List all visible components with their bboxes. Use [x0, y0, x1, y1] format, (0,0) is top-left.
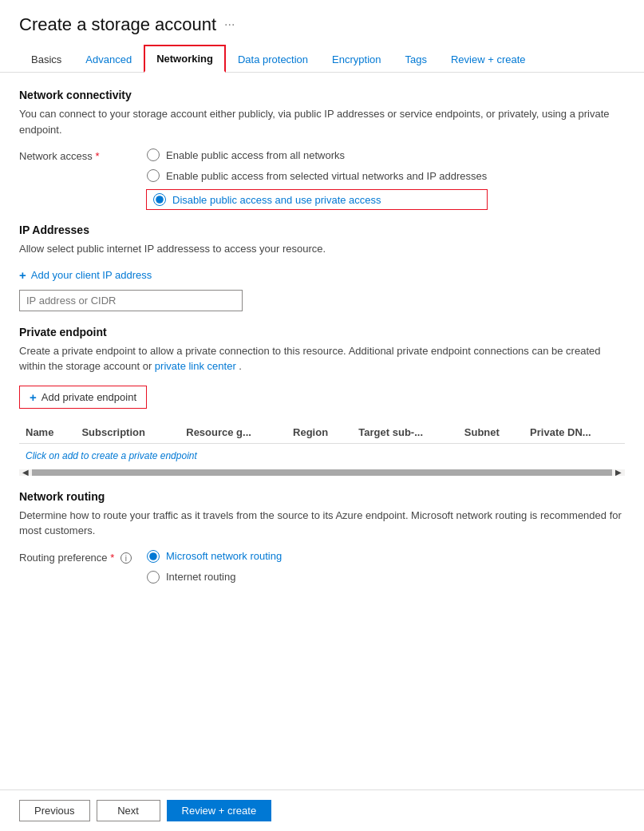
tab-encryption[interactable]: Encryption: [320, 46, 393, 72]
network-option-3-label: Disable public access and use private ac…: [172, 194, 381, 206]
col-region: Region: [286, 421, 352, 444]
add-client-ip-link[interactable]: + Add your client IP address: [19, 268, 625, 282]
col-private-dn: Private DN...: [523, 421, 625, 444]
col-name: Name: [19, 421, 75, 444]
private-link-center-link[interactable]: private link center: [155, 360, 236, 372]
network-option-2-label: Enable public access from selected virtu…: [166, 170, 487, 182]
routing-options: Microsoft network routing Internet routi…: [147, 550, 282, 584]
ms-routing-label: Microsoft network routing: [166, 550, 282, 562]
tab-advanced[interactable]: Advanced: [73, 46, 144, 72]
tabs-bar: Basics Advanced Networking Data protecti…: [0, 35, 644, 73]
internet-routing-option[interactable]: Internet routing: [147, 571, 282, 584]
table-header-row: Name Subscription Resource g... Region T…: [19, 421, 625, 444]
tab-networking[interactable]: Networking: [144, 45, 226, 73]
network-radio-2[interactable]: [147, 169, 160, 182]
routing-required-indicator: *: [110, 552, 114, 564]
network-access-label: Network access *: [19, 148, 147, 162]
ip-addresses-section: IP Addresses Allow select public interne…: [19, 224, 625, 311]
col-subnet: Subnet: [458, 421, 523, 444]
add-endpoint-label: Add private endpoint: [41, 391, 136, 403]
empty-table-message: Click on add to create a private endpoin…: [19, 444, 625, 468]
scrollbar-thumb[interactable]: [32, 469, 612, 476]
network-radio-1[interactable]: [147, 148, 160, 161]
previous-button[interactable]: Previous: [19, 800, 90, 821]
col-target-sub: Target sub-...: [352, 421, 457, 444]
add-client-ip-label: Add your client IP address: [31, 269, 152, 281]
required-indicator: *: [95, 150, 99, 162]
network-access-options: Enable public access from all networks E…: [147, 148, 487, 209]
tab-tags[interactable]: Tags: [393, 46, 439, 72]
network-option-1[interactable]: Enable public access from all networks: [147, 148, 487, 161]
tab-basics[interactable]: Basics: [19, 46, 73, 72]
main-content: Network connectivity You can connect to …: [0, 73, 644, 789]
plus-icon: +: [19, 268, 26, 282]
tab-review-create[interactable]: Review + create: [439, 46, 538, 72]
scroll-right-arrow[interactable]: ▶: [612, 468, 625, 476]
network-access-row: Network access * Enable public access fr…: [19, 148, 625, 209]
page-title: Create a storage account: [19, 14, 216, 35]
routing-preference-label: Routing preference * i: [19, 550, 147, 564]
network-connectivity-title: Network connectivity: [19, 89, 625, 101]
add-endpoint-plus-icon: +: [30, 390, 37, 404]
network-connectivity-section: Network connectivity You can connect to …: [19, 89, 625, 209]
network-option-2[interactable]: Enable public access from selected virtu…: [147, 169, 487, 182]
network-option-3[interactable]: Disable public access and use private ac…: [147, 190, 487, 209]
internet-routing-radio[interactable]: [147, 571, 160, 584]
network-connectivity-desc: You can connect to your storage account …: [19, 106, 625, 137]
network-radio-3[interactable]: [153, 193, 166, 206]
tab-data-protection[interactable]: Data protection: [226, 46, 320, 72]
ms-routing-option[interactable]: Microsoft network routing: [147, 550, 282, 563]
col-resource-group: Resource g...: [180, 421, 286, 444]
private-endpoint-section: Private endpoint Create a private endpoi…: [19, 326, 625, 476]
more-options-icon[interactable]: ···: [224, 18, 235, 32]
ip-addresses-desc: Allow select public internet IP addresse…: [19, 241, 625, 257]
routing-info-icon[interactable]: i: [121, 552, 132, 564]
footer-bar: Previous Next Review + create: [0, 789, 644, 831]
endpoint-table: Name Subscription Resource g... Region T…: [19, 421, 625, 444]
private-endpoint-desc: Create a private endpoint to allow a pri…: [19, 343, 625, 374]
review-create-button[interactable]: Review + create: [167, 800, 272, 821]
horizontal-scrollbar[interactable]: ◀ ▶: [19, 469, 625, 476]
network-routing-title: Network routing: [19, 490, 625, 503]
page-header: Create a storage account ···: [0, 0, 644, 35]
add-private-endpoint-button[interactable]: + Add private endpoint: [19, 386, 147, 409]
col-subscription: Subscription: [75, 421, 180, 444]
ip-cidr-input[interactable]: [19, 290, 243, 311]
network-option-1-label: Enable public access from all networks: [166, 149, 345, 161]
routing-preference-row: Routing preference * i Microsoft network…: [19, 550, 625, 584]
endpoint-table-container: Name Subscription Resource g... Region T…: [19, 421, 625, 476]
internet-routing-label: Internet routing: [166, 571, 235, 583]
network-routing-section: Network routing Determine how to route y…: [19, 490, 625, 584]
network-routing-desc: Determine how to route your traffic as i…: [19, 508, 625, 539]
ip-addresses-title: IP Addresses: [19, 224, 625, 236]
next-button[interactable]: Next: [97, 800, 160, 821]
scroll-left-arrow[interactable]: ◀: [19, 468, 32, 476]
private-endpoint-title: Private endpoint: [19, 326, 625, 338]
ms-routing-radio[interactable]: [147, 550, 160, 563]
